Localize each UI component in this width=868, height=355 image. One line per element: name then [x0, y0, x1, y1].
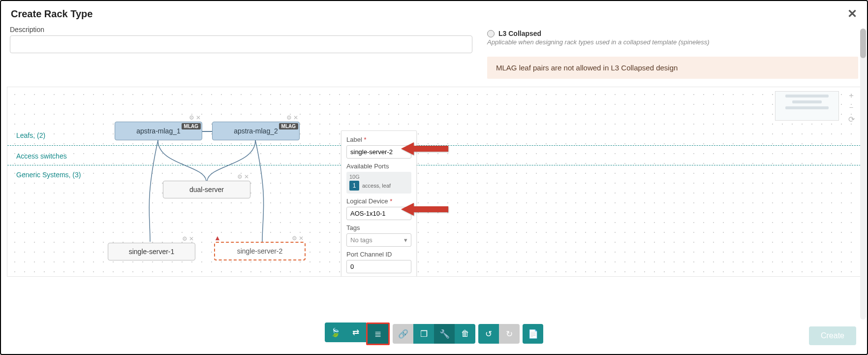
config-button[interactable]: 🔧	[434, 324, 455, 344]
l3-radio-row[interactable]: L3 Collapsed	[487, 30, 858, 37]
copy-button[interactable]: ❐	[413, 324, 434, 344]
ports-speed: 10G	[349, 174, 408, 180]
description-label: Description	[10, 26, 472, 33]
ports-label: Available Ports	[346, 162, 411, 170]
zoom-out-button[interactable]: －	[847, 103, 856, 112]
gear-icon[interactable]: ⚙	[292, 235, 298, 241]
node-label: apstra-mlag_2	[234, 127, 278, 135]
node-label: single-server-1	[129, 248, 175, 256]
node-tools: ⚙ ✕	[292, 235, 305, 241]
logical-label: Logical Device *	[346, 197, 411, 205]
link-button[interactable]: 🔗	[393, 324, 413, 344]
toolbar-group-edit: 🔗 ❐ 🔧 🗑	[393, 324, 475, 344]
create-button[interactable]: Create	[809, 326, 856, 345]
close-icon[interactable]: ✕	[189, 235, 195, 241]
leaf-icon: 🍃	[330, 327, 341, 338]
trash-icon: 🗑	[461, 329, 469, 339]
warning-banner: MLAG leaf pairs are not allowed in L3 Co…	[487, 57, 858, 79]
l3-radio-label: L3 Collapsed	[498, 30, 541, 37]
chevron-down-icon: ▾	[404, 236, 407, 244]
zoom-in-button[interactable]: ＋	[847, 91, 856, 100]
node-label: single-server-2	[237, 247, 283, 255]
toolbar: 🍃 ⇄ ≣ 🔗 ❐ 🔧 🗑 ↺ ↻ 📄	[1, 323, 867, 345]
description-input[interactable]	[10, 35, 472, 53]
ports-box: 10G 1 access, leaf	[346, 172, 411, 194]
close-icon[interactable]: ✕	[196, 114, 202, 120]
scrollbar[interactable]	[860, 29, 866, 320]
add-leaf-button[interactable]: 🍃	[325, 323, 345, 342]
row-label-leafs: Leafs, (2)	[16, 131, 45, 139]
toolbar-group-history: ↺ ↻	[478, 324, 520, 344]
portchannel-input[interactable]	[346, 260, 411, 273]
node-tools: ⚙ ✕	[286, 114, 299, 120]
add-generic-button[interactable]: ≣	[368, 324, 388, 344]
undo-button[interactable]: ↺	[478, 324, 499, 344]
l3-group: L3 Collapsed Applicable when designing r…	[487, 26, 858, 79]
zoom-reset-button[interactable]: ⟳	[847, 115, 856, 124]
l3-radio-icon[interactable]	[487, 30, 495, 37]
modal-title: Create Rack Type	[11, 8, 93, 20]
link-line	[202, 131, 212, 132]
leaf-node-1[interactable]: ⚙ ✕ apstra-mlag_1 MLAG	[115, 122, 202, 140]
delete-button[interactable]: 🗑	[455, 324, 475, 344]
node-tools: ⚙ ✕	[182, 235, 195, 241]
row-divider	[7, 145, 861, 146]
tags-select[interactable]: No tags ▾	[346, 233, 411, 247]
node-label: apstra-mlag_1	[136, 127, 181, 135]
row-label-access: Access switches	[16, 152, 67, 160]
ports-desc: access, leaf	[362, 183, 391, 189]
warning-icon: ▲	[214, 234, 221, 242]
label-label: Label *	[346, 136, 411, 143]
generic-node-single1[interactable]: ⚙ ✕ single-server-1	[108, 243, 195, 260]
tags-label: Tags	[346, 224, 411, 231]
mlag-badge: MLAG	[279, 123, 298, 129]
topology-canvas[interactable]: Leafs, (2) Access switches Generic Syste…	[7, 87, 861, 277]
description-group: Description	[10, 26, 472, 79]
export-button[interactable]: 📄	[523, 324, 543, 344]
row-divider	[7, 165, 861, 165]
link-icon: 🔗	[398, 329, 408, 339]
selected-tool-highlight: ≣	[366, 323, 390, 345]
property-panel: Label * Available Ports 10G 1 access, le…	[341, 130, 417, 277]
swap-icon: ⇄	[352, 327, 359, 338]
document-icon: 📄	[528, 329, 538, 339]
wrench-icon: 🔧	[439, 329, 450, 339]
link-line	[150, 140, 268, 244]
copy-icon: ❐	[420, 329, 428, 339]
close-icon[interactable]: ✕	[299, 235, 305, 241]
zoom-controls: ＋ － ⟳	[847, 91, 856, 124]
leaf-node-2[interactable]: ⚙ ✕ apstra-mlag_2 MLAG	[212, 122, 300, 140]
list-icon: ≣	[374, 329, 381, 339]
row-label-generic: Generic Systems, (3)	[16, 171, 81, 179]
redo-icon: ↻	[506, 329, 513, 339]
portchannel-label: Port Channel ID	[346, 251, 411, 258]
node-tools: ⚙ ✕	[189, 114, 202, 120]
ports-count-badge: 1	[349, 181, 359, 191]
l3-hint: Applicable when designing rack types use…	[487, 38, 858, 46]
close-icon[interactable]: ✕	[847, 7, 857, 21]
label-input[interactable]	[346, 145, 411, 159]
gear-icon[interactable]: ⚙	[182, 235, 188, 241]
mlag-badge: MLAG	[182, 123, 201, 129]
close-icon[interactable]: ✕	[293, 114, 299, 120]
redo-button[interactable]: ↻	[499, 324, 520, 344]
gear-icon[interactable]: ⚙	[189, 114, 195, 120]
logical-device-input[interactable]	[346, 207, 411, 220]
modal: Create Rack Type ✕ Description L3 Collap…	[0, 0, 868, 355]
generic-node-single2-selected[interactable]: ▲ ⚙ ✕ single-server-2	[214, 242, 306, 260]
scrollbar-thumb[interactable]	[860, 29, 866, 58]
add-access-button[interactable]: ⇄	[345, 323, 366, 342]
modal-header: Create Rack Type ✕	[1, 1, 867, 26]
undo-icon: ↺	[485, 329, 492, 339]
tags-placeholder: No tags	[350, 236, 372, 244]
minimap[interactable]	[775, 91, 839, 121]
toolbar-group-add: 🍃 ⇄ ≣	[325, 323, 390, 345]
gear-icon[interactable]: ⚙	[286, 114, 292, 120]
form-row: Description L3 Collapsed Applicable when…	[1, 26, 867, 79]
